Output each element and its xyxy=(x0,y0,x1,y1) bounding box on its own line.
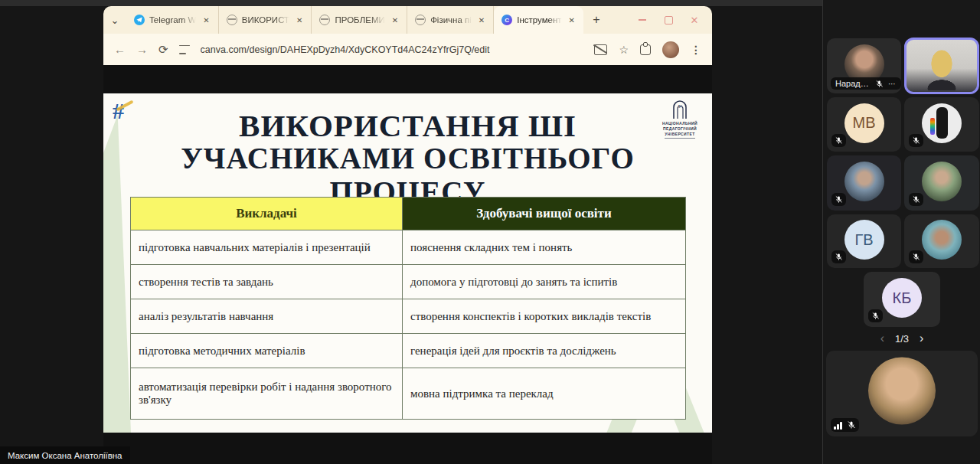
participant-tile-wide[interactable] xyxy=(826,351,978,436)
participant-tile[interactable] xyxy=(904,214,979,268)
tab-label: Telegram W xyxy=(149,15,196,25)
maximize-button[interactable] xyxy=(663,15,674,25)
tab-fizychna[interactable]: Фізична пі ✕ xyxy=(407,6,494,34)
reload-button[interactable]: ⟳ xyxy=(158,43,168,57)
connection-signal-icon xyxy=(834,421,842,430)
close-icon[interactable]: ✕ xyxy=(476,15,487,26)
table-row: підготовка методичних матеріалів генерац… xyxy=(131,334,686,368)
table-cell: пояснення складних тем і понять xyxy=(403,230,686,265)
table-cell: допомога у підготовці до занять та іспит… xyxy=(403,265,686,299)
minimize-button[interactable] xyxy=(637,15,648,25)
table-cell: створення конспектів і коротких викладів… xyxy=(403,299,686,334)
address-bar[interactable]: canva.com/design/DAHEXpDyzh4/XdyCKOYTd4A… xyxy=(201,44,584,55)
slide-title-line1: ВИКОРИСТАННЯ ШІ xyxy=(126,110,689,142)
table-header-students: Здобувачі вищої освіти xyxy=(403,198,686,230)
participant-tile[interactable] xyxy=(904,155,979,211)
window-controls: ✕ xyxy=(637,15,712,25)
table-cell: автоматизація перевірки робіт і надання … xyxy=(131,368,403,420)
mute-indicator xyxy=(909,250,923,263)
mic-off-icon xyxy=(912,195,920,204)
table-cell: аналіз результатів навчання xyxy=(131,299,403,334)
participant-tile[interactable]: Нарадь... ⋯ xyxy=(827,38,901,93)
shared-screen-top-strip xyxy=(0,0,822,6)
table-cell: мовна підтримка та переклад xyxy=(403,368,686,420)
tab-telegram[interactable]: Telegram W ✕ xyxy=(126,6,219,34)
tab-label: ПРОБЛЕМИ xyxy=(335,15,384,25)
participant-tile[interactable]: МВ xyxy=(827,97,901,152)
tab-problemy[interactable]: ПРОБЛЕМИ ✕ xyxy=(312,6,407,34)
table-cell: генерація ідей для проєктів та досліджен… xyxy=(403,334,686,368)
participants-panel: Нарадь... ⋯ МВ xyxy=(822,0,980,464)
canva-editor-canvas: # У НАЦІОНАЛЬНИЙ ПЕДАГОГІЧНИЙ УНІВЕРСИТЕ… xyxy=(103,65,712,464)
avatar xyxy=(868,357,936,424)
table-cell: підготовка навчальних матеріалів і презе… xyxy=(131,230,403,265)
mute-indicator xyxy=(831,418,859,432)
mic-off-icon xyxy=(835,195,843,204)
active-speaker-tile[interactable] xyxy=(904,38,979,94)
next-page-icon[interactable]: › xyxy=(920,332,923,345)
avatar-initials: ГВ xyxy=(844,220,884,260)
tab-instrument-active[interactable]: C Інструмент ✕ xyxy=(494,6,583,34)
tab-label: Фізична пі xyxy=(430,15,472,25)
close-icon[interactable]: ✕ xyxy=(294,15,305,26)
mic-off-icon xyxy=(875,80,884,88)
participant-tile[interactable] xyxy=(904,97,979,152)
browser-toolbar: ← → ⟳ canva.com/design/DAHEXpDyzh4/XdyCK… xyxy=(103,34,712,65)
bookmark-star-icon[interactable]: ☆ xyxy=(619,44,629,56)
avatar xyxy=(922,103,962,142)
participant-menu-icon[interactable]: ⋯ xyxy=(888,80,897,88)
site-info-icon[interactable] xyxy=(179,45,190,54)
participant-name: Нарадь... xyxy=(835,79,871,88)
screen-share-off-icon[interactable] xyxy=(594,44,607,55)
tab-vykoryst[interactable]: ВИКОРИСТ ✕ xyxy=(219,6,312,34)
profile-avatar[interactable] xyxy=(662,41,679,58)
canva-icon: C xyxy=(501,15,512,25)
page-icon xyxy=(415,15,426,25)
table-cell: підготовка методичних матеріалів xyxy=(131,334,403,368)
browser-menu-icon[interactable]: ⋮ xyxy=(691,44,701,56)
participant-tile[interactable]: КБ xyxy=(864,272,940,327)
mic-off-icon xyxy=(847,420,856,430)
close-window-button[interactable]: ✕ xyxy=(689,15,700,25)
browser-window: ⌄ Telegram W ✕ ВИКОРИСТ ✕ ПРОБЛЕМИ ✕ xyxy=(103,6,712,464)
extensions-icon[interactable] xyxy=(640,44,651,55)
participants-pagination: ‹ 1/3 › xyxy=(823,329,980,348)
svg-text:У: У xyxy=(678,103,682,109)
mute-indicator xyxy=(868,309,883,322)
mute-indicator xyxy=(909,134,923,147)
browser-tab-strip: ⌄ Telegram W ✕ ВИКОРИСТ ✕ ПРОБЛЕМИ ✕ xyxy=(103,6,712,34)
page-icon xyxy=(227,15,237,25)
avatar xyxy=(844,162,884,201)
new-tab-button[interactable]: + xyxy=(586,10,606,30)
avatar-initials: КБ xyxy=(882,278,922,318)
avatar xyxy=(922,220,962,260)
tab-label: ВИКОРИСТ xyxy=(242,15,289,25)
table-row: аналіз результатів навчання створення ко… xyxy=(131,299,686,334)
mute-indicator xyxy=(909,193,923,206)
close-icon[interactable]: ✕ xyxy=(567,15,577,26)
presentation-slide[interactable]: # У НАЦІОНАЛЬНИЙ ПЕДАГОГІЧНИЙ УНІВЕРСИТЕ… xyxy=(103,93,712,433)
speaker-video xyxy=(924,46,959,90)
back-button[interactable]: ← xyxy=(114,43,126,56)
mute-indicator xyxy=(831,134,846,147)
mic-off-icon xyxy=(912,253,920,261)
presenter-name-label: Максим Оксана Анатоліївна xyxy=(0,446,130,464)
presenter-name: Максим Оксана Анатоліївна xyxy=(8,451,122,460)
table-row: автоматизація перевірки робіт і надання … xyxy=(131,368,686,420)
close-icon[interactable]: ✕ xyxy=(201,15,211,26)
tab-search-button[interactable]: ⌄ xyxy=(103,9,126,31)
page-indicator: 1/3 xyxy=(895,333,909,345)
avatar-initials: МВ xyxy=(844,103,884,142)
participant-tile[interactable]: ГВ xyxy=(827,214,901,268)
table-header-teachers: Викладачі xyxy=(131,198,403,230)
page-icon xyxy=(319,15,330,25)
participant-tile[interactable] xyxy=(827,155,901,211)
table-row: створення тестів та завдань допомога у п… xyxy=(131,265,686,299)
table-row: підготовка навчальних матеріалів і презе… xyxy=(131,230,686,265)
forward-button[interactable]: → xyxy=(136,43,148,56)
table-cell: створення тестів та завдань xyxy=(131,265,403,299)
chevron-down-icon: ⌄ xyxy=(111,15,119,26)
close-icon[interactable]: ✕ xyxy=(390,15,400,26)
prev-page-icon[interactable]: ‹ xyxy=(880,332,884,345)
ai-usage-table: Викладачі Здобувачі вищої освіти підгото… xyxy=(130,197,686,420)
